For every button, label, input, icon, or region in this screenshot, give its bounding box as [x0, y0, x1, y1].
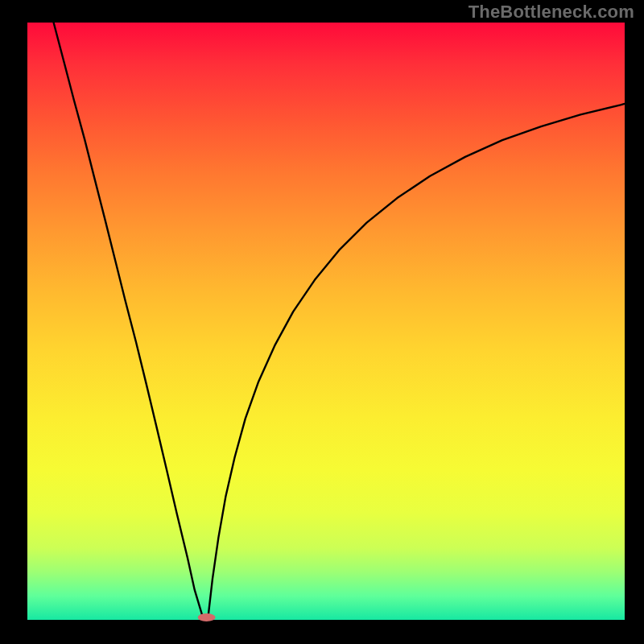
watermark-text: TheBottleneck.com — [469, 2, 634, 23]
plot-area — [27, 23, 625, 620]
optimal-marker — [198, 613, 216, 621]
curve-left-branch — [54, 23, 204, 620]
bottleneck-curve — [27, 23, 625, 620]
curve-right-branch — [208, 104, 625, 620]
chart-frame: TheBottleneck.com — [0, 0, 644, 644]
